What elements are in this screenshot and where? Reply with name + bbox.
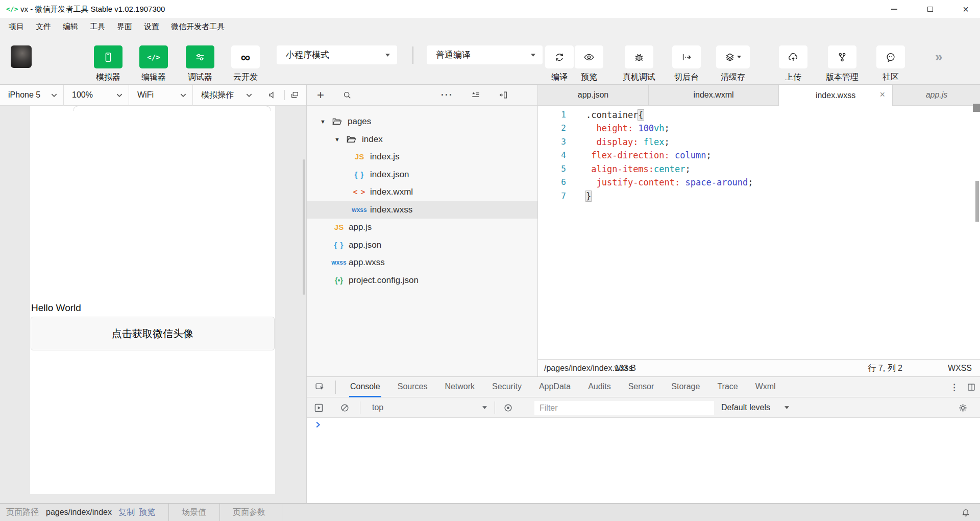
title-bar: </> vx - 微信开发者工具 Stable v1.02.1907300 × bbox=[0, 0, 980, 18]
code-token bbox=[586, 150, 591, 160]
maximize-icon bbox=[927, 7, 933, 12]
mute-button[interactable] bbox=[266, 89, 279, 101]
cursor-position[interactable]: 行 7, 列 2 bbox=[868, 360, 902, 376]
copy-path-link[interactable]: 复制 bbox=[118, 504, 135, 521]
mode-select[interactable]: 小程序模式 bbox=[277, 45, 397, 64]
live-expression-button[interactable] bbox=[502, 402, 514, 413]
simulate-actions-select[interactable]: 模拟操作 bbox=[193, 84, 258, 106]
preview-button[interactable]: 预览 bbox=[566, 45, 612, 83]
dock-sidebar-button[interactable] bbox=[497, 89, 510, 101]
device-select[interactable]: iPhone 5 bbox=[0, 84, 64, 106]
tab-network[interactable]: Network bbox=[444, 377, 476, 397]
search-button[interactable] bbox=[340, 89, 354, 101]
tree-item-index-json[interactable]: { } index.json bbox=[307, 166, 537, 183]
tab-wxml[interactable]: Wxml bbox=[754, 377, 777, 397]
debugger-toggle-button[interactable]: 调试器 bbox=[177, 45, 223, 83]
collapse-all-button[interactable] bbox=[469, 89, 482, 101]
version-control-button[interactable]: 版本管理 bbox=[819, 45, 865, 83]
tab-app-js[interactable]: app.js bbox=[893, 84, 980, 106]
background-switch-button[interactable]: 切后台 bbox=[664, 45, 709, 83]
log-levels-select[interactable]: Default levels bbox=[721, 397, 770, 417]
editor-scrollbar[interactable] bbox=[975, 181, 979, 222]
tab-storage[interactable]: Storage bbox=[670, 377, 701, 397]
inspect-cursor-icon bbox=[314, 382, 326, 393]
tab-security[interactable]: Security bbox=[491, 377, 523, 397]
tab-console[interactable]: Console bbox=[349, 377, 381, 397]
editor-toggle-button[interactable]: </> 编辑器 bbox=[131, 45, 177, 83]
upload-button[interactable]: 上传 bbox=[770, 45, 816, 83]
close-tab-icon[interactable]: × bbox=[879, 89, 885, 100]
zoom-select[interactable]: 100% bbox=[64, 84, 129, 106]
tab-sensor[interactable]: Sensor bbox=[627, 377, 655, 397]
menu-project[interactable]: 项目 bbox=[8, 22, 25, 32]
tree-item-app-js[interactable]: JS app.js bbox=[307, 219, 537, 236]
cloud-dev-button[interactable]: ∞ 云开发 bbox=[223, 45, 268, 83]
code-editor[interactable]: 1.container{ 2 height: 100vh; 3 display:… bbox=[538, 106, 980, 359]
menu-settings[interactable]: 设置 bbox=[143, 22, 160, 32]
menu-view[interactable]: 界面 bbox=[116, 22, 133, 32]
editor-status-bar: /pages/index/index.wxss 133 B 行 7, 列 2 W… bbox=[538, 359, 980, 376]
menu-file[interactable]: 文件 bbox=[35, 22, 52, 32]
tab-index-wxss[interactable]: index.wxss × bbox=[779, 84, 893, 106]
expand-arrow-icon[interactable]: ▼ bbox=[320, 119, 326, 125]
dock-side-icon[interactable] bbox=[967, 383, 976, 392]
rotate-window-button[interactable] bbox=[289, 89, 301, 101]
language-mode[interactable]: WXSS bbox=[948, 360, 972, 376]
tree-item-index-wxss[interactable]: wxss index.wxss bbox=[307, 201, 537, 219]
tree-item-app-wxss[interactable]: wxss app.wxss bbox=[307, 254, 537, 271]
inspect-element-button[interactable] bbox=[311, 381, 329, 394]
console-settings-button[interactable] bbox=[957, 402, 969, 413]
menu-tools[interactable]: 工具 bbox=[89, 22, 106, 32]
get-avatar-button[interactable]: 点击获取微信头像 bbox=[31, 317, 275, 350]
compile-mode-select[interactable]: 普通编译 bbox=[427, 45, 543, 64]
more-options-button[interactable]: ··· bbox=[440, 89, 454, 101]
preview-path-link[interactable]: 预览 bbox=[139, 504, 155, 521]
simulator-toggle-button[interactable]: 模拟器 bbox=[85, 45, 131, 83]
code-token bbox=[670, 150, 675, 160]
minimize-button[interactable] bbox=[880, 0, 909, 18]
menu-edit[interactable]: 编辑 bbox=[62, 22, 79, 32]
page-params-button[interactable]: 页面参数 bbox=[233, 504, 265, 521]
tree-item-app-json[interactable]: { } app.json bbox=[307, 236, 537, 254]
user-avatar[interactable] bbox=[11, 45, 32, 68]
tab-sources[interactable]: Sources bbox=[397, 377, 429, 397]
code-icon: </> bbox=[139, 45, 168, 68]
tab-trace[interactable]: Trace bbox=[716, 377, 739, 397]
console-filter-input[interactable] bbox=[534, 401, 714, 415]
execution-context-button[interactable] bbox=[312, 402, 325, 413]
tree-item-index-wxml[interactable]: < > index.wxml bbox=[307, 183, 537, 201]
tree-item-index-folder[interactable]: ▼ index bbox=[307, 131, 537, 148]
scene-value-button[interactable]: 场景值 bbox=[182, 504, 206, 521]
console-toolbar-divider bbox=[360, 401, 360, 414]
tree-item-index-js[interactable]: JS index.js bbox=[307, 148, 537, 165]
cloud-upload-icon bbox=[779, 45, 807, 68]
code-token: { bbox=[638, 110, 643, 120]
expand-arrow-icon[interactable]: ▼ bbox=[334, 136, 340, 143]
close-button[interactable]: × bbox=[951, 0, 980, 18]
tree-item-project-config[interactable]: {•} project.config.json bbox=[307, 272, 537, 289]
tab-app-json[interactable]: app.json bbox=[538, 84, 649, 106]
community-button[interactable]: 社区 bbox=[868, 45, 914, 83]
simulator-scrollbar[interactable] bbox=[303, 159, 305, 295]
device-toolbar: iPhone 5 100% WiFi 模拟操作 bbox=[0, 84, 306, 106]
chevron-down-icon bbox=[246, 93, 252, 97]
menu-devtools[interactable]: 微信开发者工具 bbox=[170, 22, 226, 32]
dock-left-icon bbox=[498, 90, 508, 100]
toolbar-overflow-button[interactable]: » bbox=[935, 49, 941, 65]
add-file-button[interactable]: + bbox=[314, 89, 327, 101]
tree-item-pages[interactable]: ▼ pages bbox=[307, 113, 537, 130]
network-select[interactable]: WiFi bbox=[129, 84, 193, 106]
maximize-button[interactable] bbox=[916, 0, 944, 18]
more-menu-icon[interactable]: ⋮ bbox=[950, 382, 959, 393]
tab-appdata[interactable]: AppData bbox=[538, 377, 572, 397]
clear-cache-button[interactable]: 清缓存 bbox=[710, 45, 756, 83]
console-output[interactable] bbox=[307, 418, 980, 503]
remote-debug-button[interactable]: 真机调试 bbox=[616, 45, 662, 83]
clear-console-button[interactable] bbox=[338, 402, 351, 413]
phone-icon bbox=[94, 45, 122, 68]
context-select[interactable]: top bbox=[372, 397, 383, 417]
code-line: 3 display: flex; bbox=[538, 135, 980, 149]
bell-icon[interactable] bbox=[961, 507, 971, 518]
tab-audits[interactable]: Audits bbox=[587, 377, 611, 397]
tab-index-wxml[interactable]: index.wxml bbox=[649, 84, 779, 106]
